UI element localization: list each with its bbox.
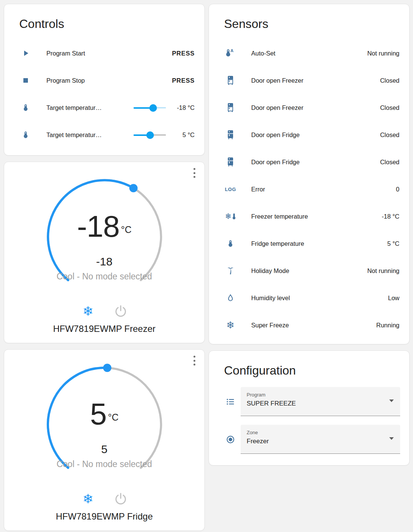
sensors-card: Sensors A Auto-Set Not running Door open… — [209, 4, 410, 344]
thermometer-auto-icon: A — [225, 48, 236, 58]
press-button[interactable]: PRESS — [172, 50, 195, 57]
target-temperature-slider-freezer[interactable] — [134, 104, 166, 111]
sensor-value: 0 — [396, 186, 399, 193]
control-name: Program Stop — [31, 77, 172, 84]
play-icon — [20, 49, 31, 58]
fridge-top-icon — [225, 76, 236, 85]
log-icon: LOG — [225, 187, 236, 192]
sensor-row-door-open-freezer[interactable]: Door open Freezer Closed — [209, 67, 409, 94]
sensor-row-error[interactable]: LOG Error 0 — [209, 176, 409, 203]
sensor-name: Humidity level — [236, 295, 388, 302]
select-value: SUPER FREEZE — [247, 400, 385, 407]
target-temperature-slider-fridge[interactable] — [134, 131, 166, 139]
radiobox-icon — [225, 435, 236, 444]
controls-rows: Program Start PRESS Program Stop PRESS T… — [4, 40, 204, 154]
left-column: Controls Program Start PRESS Program Sto… — [4, 4, 205, 531]
sensor-row-door-open-fridge[interactable]: Door open Fridge Closed — [209, 121, 409, 148]
sensor-row-humidity-level[interactable]: Humidity level Low — [209, 284, 409, 311]
select-label: Zone — [247, 430, 385, 435]
slider-thumb[interactable] — [149, 104, 157, 112]
more-options-icon[interactable] — [191, 356, 198, 365]
format-list-icon — [225, 397, 236, 407]
cool-mode-snowflake-icon[interactable]: ❄ — [80, 303, 96, 319]
thermometer-icon — [225, 239, 236, 248]
card-title-controls: Controls — [4, 4, 204, 31]
zone-select[interactable]: Zone Freezer — [241, 425, 400, 454]
sensor-row-door-open-fridge[interactable]: Door open Fridge Closed — [209, 148, 409, 176]
target-temperature-value: -18°C — [77, 211, 132, 245]
entity-name: HFW7819EWMP Fridge — [56, 511, 153, 522]
sensor-row-freezer-temperature[interactable]: ❄ Freezer temperature -18 °C — [209, 203, 409, 230]
thermostat-dial-freezer[interactable]: -18°C -18 Cool - No mode selected — [42, 174, 167, 299]
dial-readout: -18°C -18 Cool - No mode selected — [42, 174, 167, 299]
sensor-row-auto-set[interactable]: A Auto-Set Not running — [209, 40, 409, 67]
control-value: -18 °C — [166, 104, 195, 111]
fridge-top-icon — [225, 103, 236, 113]
sensor-value: Low — [388, 295, 399, 302]
sensors-rows: A Auto-Set Not running Door open Freezer… — [209, 40, 409, 344]
svg-text:A: A — [230, 48, 233, 53]
sensor-value: Not running — [367, 50, 399, 57]
control-name: Target temperatur… — [31, 104, 134, 111]
target-temperature-value: 5°C — [90, 398, 119, 433]
controls-card: Controls Program Start PRESS Program Sto… — [4, 4, 205, 156]
water-drop-icon — [225, 293, 236, 303]
temperature-unit: °C — [108, 401, 118, 433]
hvac-mode-text: Cool - No mode selected — [57, 271, 152, 282]
temperature-unit: °C — [121, 214, 132, 245]
control-row-program-stop: Program Stop PRESS — [4, 67, 204, 94]
control-name: Target temperatur… — [31, 131, 134, 139]
fridge-bottom-icon — [225, 130, 236, 140]
thermostat-card-freezer: -18°C -18 Cool - No mode selected ❄ HFW7… — [4, 162, 205, 343]
dial-readout: 5°C 5 Cool - No mode selected — [42, 362, 167, 487]
dropdown-caret-icon — [389, 399, 394, 402]
snowflake-icon: ❄ — [225, 320, 236, 330]
sensor-name: Door open Freezer — [236, 77, 380, 84]
press-button[interactable]: PRESS — [172, 77, 195, 84]
thermostat-card-fridge: 5°C 5 Cool - No mode selected ❄ HFW7819E… — [4, 349, 205, 531]
sensor-value: Not running — [367, 267, 399, 274]
current-temperature: 5 — [101, 443, 107, 456]
zone-field-row: Zone Freezer — [225, 425, 400, 454]
thermostat-dial-fridge[interactable]: 5°C 5 Cool - No mode selected — [42, 362, 167, 487]
fridge-bottom-icon — [225, 157, 236, 167]
sensor-row-holiday-mode[interactable]: Holiday Mode Not running — [209, 257, 409, 284]
card-title-sensors: Sensors — [209, 4, 409, 31]
sensor-name: Freezer temperature — [236, 213, 382, 220]
sensor-row-fridge-temperature[interactable]: Fridge temperature 5 °C — [209, 230, 409, 257]
select-value: Freezer — [247, 438, 385, 445]
palm-tree-icon — [225, 266, 236, 276]
sensor-row-door-open-freezer[interactable]: Door open Freezer Closed — [209, 94, 409, 121]
more-options-icon[interactable] — [191, 168, 198, 178]
card-title-configuration: Configuration — [209, 351, 409, 377]
slider-thumb[interactable] — [146, 131, 154, 139]
current-temperature: -18 — [96, 255, 112, 268]
configuration-card: Configuration Program SUPER FREEZE — [209, 350, 410, 466]
sensor-name: Door open Freezer — [236, 104, 380, 111]
select-label: Program — [247, 392, 385, 398]
hvac-mode-text: Cool - No mode selected — [57, 459, 152, 469]
hvac-mode-buttons: ❄ — [80, 491, 129, 507]
sensor-name: Door open Fridge — [236, 159, 380, 166]
configuration-fields: Program SUPER FREEZE Zone Freezer — [209, 387, 409, 461]
stop-icon — [20, 76, 31, 85]
dropdown-caret-icon — [389, 437, 394, 440]
right-column: Sensors A Auto-Set Not running Door open… — [209, 4, 410, 531]
dashboard: Controls Program Start PRESS Program Sto… — [0, 0, 413, 532]
sensor-name: Fridge temperature — [236, 240, 387, 247]
sensor-name: Auto-Set — [236, 50, 367, 57]
program-select[interactable]: Program SUPER FREEZE — [241, 387, 400, 416]
sensor-name: Holiday Mode — [236, 267, 367, 274]
hvac-mode-buttons: ❄ — [80, 303, 129, 319]
cool-mode-snowflake-icon[interactable]: ❄ — [80, 491, 96, 507]
thermometer-icon — [20, 130, 31, 139]
sensor-value: Closed — [380, 104, 399, 111]
sensor-value: Closed — [380, 131, 399, 139]
control-row-target-temp-freezer: Target temperatur… -18 °C — [4, 94, 204, 121]
power-off-icon[interactable] — [113, 491, 129, 507]
sensor-name: Super Freeze — [236, 322, 376, 329]
sensor-row-super-freeze[interactable]: ❄ Super Freeze Running — [209, 311, 409, 339]
sensor-value: Running — [376, 322, 399, 329]
power-off-icon[interactable] — [113, 303, 129, 319]
sensor-value: Closed — [380, 159, 399, 166]
